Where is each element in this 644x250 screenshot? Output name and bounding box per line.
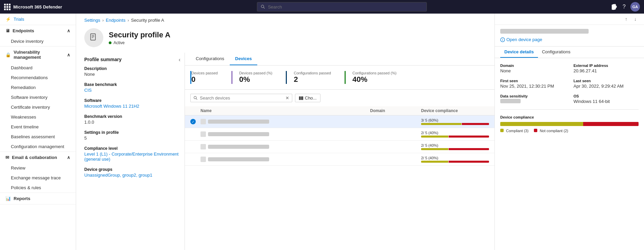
topbar-search-area <box>75 2 608 12</box>
open-device-link[interactable]: Open device page <box>500 37 639 42</box>
endpoints-header[interactable]: 🖥 Endpoints ∧ <box>0 25 76 36</box>
device-icon <box>201 144 206 149</box>
sidebar-item-dashboard[interactable]: Dashboard <box>0 63 76 73</box>
sidebar-item-software-inventory[interactable]: Software inventory <box>0 92 76 102</box>
summary-compliance-level: Compliance level Level 1 (L1) - Corporat… <box>84 146 179 162</box>
sidebar: ⚡ Trials 🖥 Endpoints ∧ Device inventory … <box>0 14 76 250</box>
device-name-blurred <box>208 157 269 161</box>
compliance-bar-red <box>583 122 639 126</box>
summary-device-groups: Device groups UnassignedGroup, group2, g… <box>84 167 179 178</box>
compliance-bar-4 <box>421 161 489 163</box>
compliance-bar-2 <box>421 136 489 138</box>
search-icon <box>261 4 265 9</box>
compliance-bar-1 <box>421 123 489 125</box>
tab-devices[interactable]: Devices <box>230 53 257 65</box>
sidebar-item-event-timeline[interactable]: Event timeline <box>0 122 76 132</box>
stat-devices-passed: Devices passed 0 <box>190 71 225 84</box>
col-name-header: Name <box>201 108 370 113</box>
help-icon[interactable]: ? <box>623 4 626 10</box>
info-icon <box>500 37 505 42</box>
profile-document-icon <box>89 33 99 42</box>
table-row[interactable]: 2/ 5 (40%) <box>185 128 494 141</box>
reports-header[interactable]: 📊 Reports <box>0 193 76 204</box>
sidebar-item-config-management[interactable]: Configuration management <box>0 142 76 151</box>
table-row[interactable]: 2/ 5 (40%) <box>185 141 494 153</box>
bar-red <box>462 123 489 125</box>
endpoints-label: Endpoints <box>13 28 34 33</box>
summary-scroll[interactable]: Description None Base benchmark CIS Soft… <box>84 66 185 247</box>
devices-panel: Configurations Devices Devices passed 0 … <box>185 53 494 250</box>
last-seen-value: Apr 30, 2022, 9:29:42 AM <box>574 84 639 89</box>
sidebar-item-exchange[interactable]: Exchange message trace <box>0 173 76 183</box>
summary-software: Software Microsoft Windows 11 21H2 <box>84 98 179 109</box>
breadcrumb: Settings › Endpoints › Security profile … <box>76 14 494 25</box>
sidebar-item-baselines[interactable]: Baselines assessment <box>0 132 76 142</box>
columns-icon <box>299 96 303 101</box>
right-tab-device-details[interactable]: Device details <box>500 47 538 58</box>
app-logo: Microsoft 365 Defender <box>4 4 72 10</box>
search-clear-icon[interactable]: ✕ <box>285 95 289 101</box>
sidebar-item-certificate-inventory[interactable]: Certificate inventory <box>0 102 76 112</box>
tab-configurations[interactable]: Configurations <box>190 53 230 65</box>
vulnerability-header[interactable]: 🔒 Vulnerability management ∧ <box>0 47 76 63</box>
trials-label: Trials <box>14 17 24 22</box>
col-domain-header: Domain <box>370 108 421 113</box>
compliance-level-value: Level 1 (L1) - Corporate/Enterprise Envi… <box>84 151 179 162</box>
software-link[interactable]: Microsoft Windows 11 21H2 <box>84 104 139 109</box>
svg-line-1 <box>263 7 264 8</box>
main-content: Settings › Endpoints › Security profile … <box>76 14 644 250</box>
table-row[interactable]: 2/ 5 (40%) <box>185 153 494 166</box>
table-row[interactable]: ✓ 3/ 5 (60%) <box>185 115 494 128</box>
nav-up-icon[interactable]: ↑ <box>623 16 629 22</box>
base-benchmark-link[interactable]: CIS <box>84 88 92 93</box>
collapse-icon[interactable]: ‹ <box>179 57 180 63</box>
row-name-1 <box>201 119 370 124</box>
breadcrumb-current: Security profile A <box>131 18 164 23</box>
device-inventory-label: Device inventory <box>11 39 43 44</box>
profile-icon <box>84 28 103 47</box>
devices-table[interactable]: Name Domain Device compliance ✓ <box>185 106 494 250</box>
nav-down-icon[interactable]: ↓ <box>632 16 639 22</box>
devices-search-input[interactable] <box>200 95 283 101</box>
sidebar-item-device-inventory[interactable]: Device inventory <box>0 36 76 46</box>
sidebar-item-review[interactable]: Review <box>0 163 76 173</box>
sidebar-item-recommendations[interactable]: Recommendations <box>0 73 76 83</box>
breadcrumb-endpoints[interactable]: Endpoints <box>106 18 125 23</box>
row-name-2 <box>201 131 370 137</box>
software-value: Microsoft Windows 11 21H2 <box>84 104 179 109</box>
right-tab-configurations[interactable]: Configurations <box>538 47 575 58</box>
bar-yellow <box>421 161 448 163</box>
avatar: GA <box>630 2 640 12</box>
columns-button[interactable]: Cho... <box>295 94 320 102</box>
device-name-blurred <box>208 145 269 149</box>
vulnerability-icon: 🔒 <box>5 52 11 57</box>
compliance-level-link[interactable]: Level 1 (L1) - Corporate/Enterprise Envi… <box>84 151 178 162</box>
email-collab-header[interactable]: ✉ Email & collaboration ∧ <box>0 152 76 163</box>
row-compliance-3: 2/ 5 (40%) <box>421 143 489 150</box>
profile-title-area: Security profile A Active <box>109 31 170 45</box>
compliance-bar-green <box>500 122 583 126</box>
right-panel-body[interactable]: Domain None External IP address 20.96.27… <box>495 58 644 250</box>
breadcrumb-sep2: › <box>127 18 129 23</box>
profile-content: Settings › Endpoints › Security profile … <box>76 14 494 250</box>
reports-label: Reports <box>14 196 30 201</box>
profile-title: Security profile A <box>109 31 170 39</box>
email-collab-chevron-icon: ∧ <box>67 155 70 160</box>
email-icon: ✉ <box>5 155 9 160</box>
search-box[interactable] <box>257 2 427 12</box>
sidebar-item-remediation[interactable]: Remediation <box>0 83 76 92</box>
sidebar-item-weaknesses[interactable]: Weaknesses <box>0 112 76 122</box>
device-groups-link[interactable]: UnassignedGroup, group2, group1 <box>84 173 152 178</box>
devices-search-box[interactable]: ✕ <box>190 94 292 102</box>
settings-value: 5 <box>84 136 179 141</box>
sidebar-item-policies[interactable]: Policies & rules <box>0 183 76 193</box>
breadcrumb-settings[interactable]: Settings <box>84 18 100 23</box>
sidebar-item-trials[interactable]: ⚡ Trials <box>0 14 76 25</box>
settings-icon[interactable] <box>612 4 618 10</box>
table-header: Name Domain Device compliance <box>185 106 494 115</box>
vulnerability-chevron-icon: ∧ <box>67 52 70 57</box>
row-name-4 <box>201 157 370 162</box>
reports-icon: 📊 <box>5 196 11 201</box>
search-input[interactable] <box>268 4 423 10</box>
right-panel-header: Open device page <box>495 25 644 47</box>
